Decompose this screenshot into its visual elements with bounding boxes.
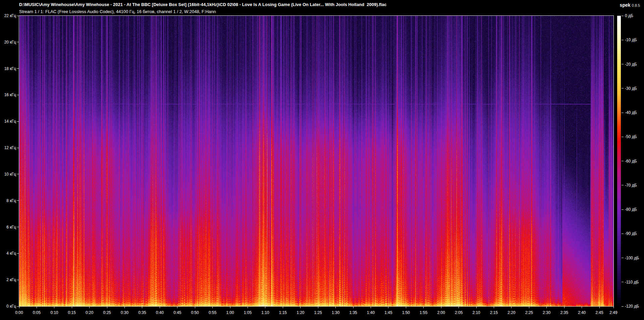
time-axis-label: 1:20	[291, 310, 310, 315]
freq-axis-label: 16 кГц	[0, 92, 16, 98]
time-axis-tick	[248, 307, 248, 308]
time-axis-label: 0:45	[168, 310, 186, 315]
time-axis-tick	[613, 307, 614, 308]
time-axis-tick	[371, 307, 371, 308]
db-axis-tick	[622, 113, 624, 113]
db-axis-label: -20 дБ	[625, 62, 637, 67]
db-axis-tick	[622, 40, 624, 40]
time-axis-label: 0:20	[80, 310, 99, 315]
app-badge: spek0.8.5	[620, 2, 640, 8]
time-axis-label: 2:30	[538, 310, 556, 315]
time-axis-tick	[476, 307, 477, 308]
freq-axis-tick	[17, 174, 19, 174]
db-axis-label: -90 дБ	[625, 231, 637, 236]
freq-axis-tick	[17, 68, 19, 69]
freq-axis-label: 20 кГц	[0, 40, 16, 45]
time-axis-tick	[265, 307, 265, 308]
time-axis-label: 0:05	[28, 310, 46, 315]
db-scale-gradient	[617, 16, 621, 306]
time-axis-label: 0:15	[63, 310, 81, 315]
time-axis-label: 0:50	[186, 310, 204, 315]
stream-info: Stream 1 / 1: FLAC (Free Lossless Audio …	[19, 9, 216, 14]
time-axis-label: 2:20	[502, 310, 521, 315]
time-axis-tick	[300, 307, 301, 308]
time-axis-label: 2:10	[467, 310, 485, 315]
time-axis-tick	[335, 307, 336, 308]
freq-axis-tick	[17, 16, 19, 16]
time-axis-tick	[195, 307, 195, 308]
time-axis-label: 1:55	[415, 310, 433, 315]
time-axis-label: 2:00	[432, 310, 450, 315]
db-axis-label: 0 дБ	[625, 13, 633, 18]
time-axis-label: 1:50	[397, 310, 415, 315]
time-axis-tick	[388, 307, 388, 308]
freq-axis-label: 0 кГц	[0, 304, 16, 309]
time-axis-tick	[19, 307, 19, 308]
time-axis-label: 1:40	[362, 310, 380, 315]
time-axis-tick	[406, 307, 406, 308]
freq-axis-tick	[17, 280, 19, 280]
freq-axis-tick	[17, 227, 19, 227]
time-axis-label: 0:40	[151, 310, 169, 315]
time-axis-tick	[529, 307, 529, 308]
time-axis-label: 0:30	[116, 310, 134, 315]
freq-axis-label: 8 кГц	[0, 198, 16, 203]
time-axis-tick	[494, 307, 494, 308]
time-axis-label: 2:25	[520, 310, 538, 315]
time-axis-label: 2:15	[485, 310, 503, 315]
freq-axis-label: 4 кГц	[0, 251, 16, 256]
freq-axis-tick	[17, 95, 19, 95]
time-axis-tick	[582, 307, 582, 308]
time-axis-label: 1:25	[309, 310, 327, 315]
time-axis-label: 0:10	[45, 310, 63, 315]
freq-axis-label: 12 кГц	[0, 145, 16, 150]
db-axis-tick	[622, 137, 624, 137]
time-axis-label: 1:15	[274, 310, 292, 315]
time-axis-tick	[353, 307, 354, 308]
time-axis-label: 1:45	[379, 310, 397, 315]
spek-window: { "app": { "name": "spek", "version": "0…	[0, 0, 644, 320]
time-axis-tick	[599, 307, 600, 308]
db-axis-tick	[622, 16, 624, 16]
freq-axis-tick	[17, 253, 19, 254]
time-axis-tick	[72, 307, 72, 308]
freq-axis-tick	[17, 200, 19, 201]
db-axis-tick	[622, 185, 624, 185]
time-axis-tick	[459, 307, 459, 308]
time-axis-tick	[212, 307, 213, 308]
time-axis-tick	[107, 307, 107, 308]
time-axis-tick	[564, 307, 565, 308]
db-axis-label: -10 дБ	[625, 37, 637, 43]
app-version: 0.8.5	[632, 3, 640, 7]
db-axis-label: -120 дБ	[625, 304, 639, 309]
time-axis-tick	[160, 307, 160, 308]
db-axis-label: -60 дБ	[625, 158, 637, 164]
time-axis-label: 0:25	[98, 310, 116, 315]
freq-axis-tick	[17, 306, 19, 307]
time-axis-label: 1:35	[344, 310, 362, 315]
time-axis-label: 2:40	[573, 310, 591, 315]
time-axis-tick	[423, 307, 424, 308]
db-axis-label: -80 дБ	[625, 207, 637, 212]
db-axis-tick	[622, 209, 624, 210]
db-axis-tick	[622, 88, 624, 88]
freq-axis-label: 6 кГц	[0, 225, 16, 230]
time-axis-tick	[318, 307, 318, 308]
time-axis-tick	[230, 307, 230, 308]
file-path-title: D:\MUSIC\Amy Winehouse\Amy Winehouse - 2…	[19, 2, 387, 7]
db-axis-tick	[622, 234, 624, 234]
db-axis-tick	[622, 306, 624, 307]
db-axis-label: -110 дБ	[625, 279, 639, 285]
time-axis-tick	[124, 307, 125, 308]
time-axis-tick	[283, 307, 283, 308]
db-axis-label: -40 дБ	[625, 110, 637, 115]
freq-axis-tick	[17, 121, 19, 122]
db-axis-tick	[622, 64, 624, 64]
freq-axis-label: 22 кГц	[0, 13, 16, 18]
db-axis-label: -70 дБ	[625, 183, 637, 188]
time-axis-tick	[511, 307, 512, 308]
time-axis-tick	[177, 307, 177, 308]
time-axis-label: 2:35	[555, 310, 573, 315]
db-axis-label: -100 дБ	[625, 255, 639, 261]
time-axis-tick	[441, 307, 441, 308]
